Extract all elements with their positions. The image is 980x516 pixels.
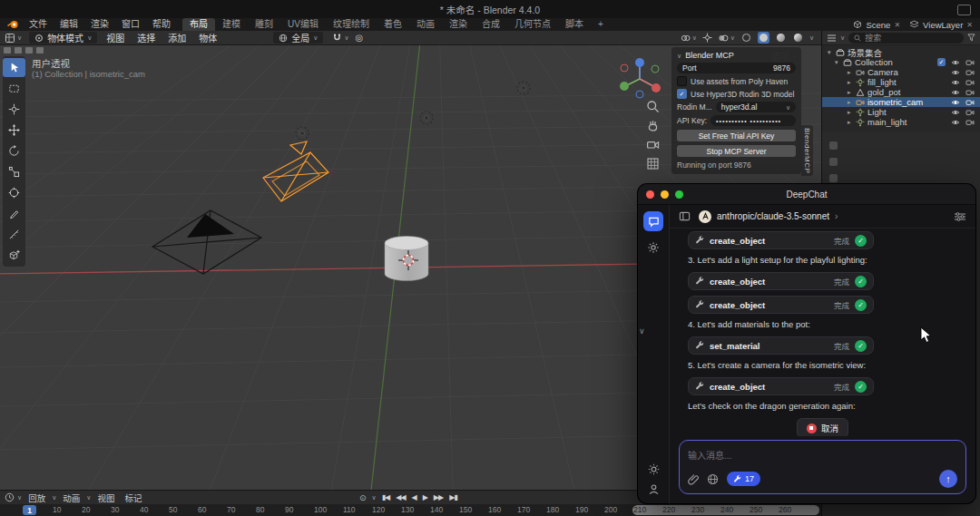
- outliner-row-scene-collection[interactable]: ▾ 场景集合: [822, 47, 980, 57]
- model-selector[interactable]: anthropic/claude-3.5-sonnet ›: [699, 210, 838, 223]
- toggle-icon[interactable]: [36, 47, 44, 54]
- set-free-trial-api-key-button[interactable]: Set Free Trial API Key: [677, 130, 796, 141]
- maximize-window-button[interactable]: [675, 190, 683, 199]
- api-key-input[interactable]: •••••••••• ••••••••••: [710, 115, 796, 126]
- pan-hand-icon[interactable]: [646, 119, 660, 132]
- sidebar-tab-blendermcp[interactable]: BlenderMCP: [801, 125, 813, 176]
- shading-material-button[interactable]: [775, 32, 787, 44]
- playback-button[interactable]: ◀: [412, 493, 416, 501]
- outliner-row-fill-light[interactable]: ▸ fill_light: [822, 77, 980, 87]
- screen-mirror-icon[interactable]: [957, 5, 971, 15]
- eye-icon[interactable]: [951, 78, 960, 87]
- tool-call-chip[interactable]: set_material 完成 ✓: [688, 336, 874, 355]
- rotate-tool-button[interactable]: [3, 141, 25, 161]
- shading-wireframe-button[interactable]: [740, 32, 752, 44]
- timeline-menu-view[interactable]: 视图: [93, 492, 118, 504]
- cancel-generation-button[interactable]: 取消: [797, 418, 848, 436]
- menu-item[interactable]: 帮助: [146, 18, 177, 31]
- attachment-icon[interactable]: [688, 473, 699, 485]
- workspace-tab[interactable]: +: [591, 18, 611, 31]
- zoom-icon[interactable]: [646, 100, 660, 113]
- toggle-icon[interactable]: [15, 47, 22, 54]
- outliner-row-collection[interactable]: ▾ Collection ✓: [822, 57, 980, 67]
- eye-icon[interactable]: [951, 98, 960, 107]
- workspace-tab[interactable]: 着色: [377, 18, 409, 31]
- workspace-tab[interactable]: 渲染: [442, 18, 475, 31]
- workspace-tab[interactable]: 雕刻: [248, 18, 280, 31]
- render-camera-icon[interactable]: [965, 78, 975, 87]
- hyper3d-checkbox-row[interactable]: ✓ Use Hyper3D Rodin 3D model generati...: [677, 89, 796, 99]
- orthographic-grid-icon[interactable]: [646, 157, 660, 170]
- orientation-dropdown[interactable]: 全局 ∨: [273, 32, 323, 44]
- add-cube-tool-button[interactable]: [3, 246, 25, 265]
- render-camera-icon[interactable]: [965, 108, 975, 117]
- outliner-row-light[interactable]: ▸ Light: [822, 107, 980, 117]
- chat-nav-button[interactable]: [643, 211, 663, 231]
- deepchat-titlebar[interactable]: DeepChat: [638, 184, 975, 205]
- playback-button[interactable]: ▶: [423, 493, 427, 501]
- outliner-row-gold-pot[interactable]: ▸ gold_pot: [822, 87, 980, 97]
- viewport-menu-item[interactable]: 物体: [192, 31, 223, 44]
- send-button[interactable]: ↑: [939, 470, 957, 488]
- object-visibility-dropdown[interactable]: ∨: [681, 34, 697, 43]
- navigation-gizmo[interactable]: [615, 53, 664, 102]
- mcp-panel-title[interactable]: ∨ Blender MCP: [677, 51, 796, 60]
- render-camera-icon[interactable]: [965, 98, 975, 107]
- eye-icon[interactable]: [951, 58, 960, 67]
- toggle-icon[interactable]: [4, 47, 11, 54]
- shading-dropdown-icon[interactable]: ∨: [809, 34, 814, 41]
- workspace-tab[interactable]: 合成: [475, 18, 507, 31]
- render-camera-icon[interactable]: [965, 68, 975, 77]
- camera-view-icon[interactable]: [646, 138, 660, 151]
- scale-tool-button[interactable]: [3, 162, 25, 181]
- timeline-editor-icon[interactable]: [5, 492, 15, 502]
- proportional-editing-icon[interactable]: ◎: [356, 33, 364, 43]
- outliner-row-camera[interactable]: ▸ Camera: [822, 67, 980, 77]
- rodin-mode-dropdown[interactable]: hyper3d.al ∨: [716, 102, 796, 112]
- eye-icon[interactable]: [951, 118, 960, 127]
- scene-unlink-icon[interactable]: ✕: [894, 21, 900, 29]
- eye-icon[interactable]: [951, 108, 960, 117]
- collection-checkbox-icon[interactable]: ✓: [937, 58, 946, 66]
- playback-button[interactable]: ◀◀: [396, 493, 405, 501]
- render-camera-icon[interactable]: [965, 58, 975, 67]
- minimize-window-button[interactable]: [661, 190, 669, 199]
- editor-type-dropdown[interactable]: ∨: [0, 33, 26, 44]
- annotate-tool-button[interactable]: [3, 204, 25, 223]
- toggle-icon[interactable]: [25, 47, 33, 54]
- viewport-menu-item[interactable]: 视图: [100, 31, 131, 44]
- timeline-menu-animation[interactable]: 动画: [59, 492, 83, 504]
- mode-dropdown[interactable]: 物体模式 ∨: [29, 32, 97, 44]
- outliner-search-input[interactable]: 搜索: [848, 33, 964, 44]
- playback-button[interactable]: ▮◀: [382, 493, 390, 501]
- timeline-menu-marker[interactable]: 标记: [121, 492, 145, 504]
- workspace-tab[interactable]: UV编辑: [280, 18, 326, 31]
- settings-nav-button[interactable]: [643, 238, 663, 258]
- tool-call-chip[interactable]: create_object 完成 ✓: [688, 377, 874, 395]
- tool-call-chip[interactable]: create_object 完成 ✓: [688, 231, 874, 249]
- theme-sun-icon[interactable]: [648, 463, 660, 475]
- tools-count-button[interactable]: 17: [727, 472, 760, 486]
- workspace-tab[interactable]: 几何节点: [507, 18, 558, 31]
- checkbox-checked-icon[interactable]: ✓: [677, 89, 687, 99]
- port-field[interactable]: Port 9876: [677, 63, 796, 73]
- light-gizmo-1[interactable]: [296, 127, 309, 140]
- workspace-tab[interactable]: 布局: [182, 18, 215, 31]
- playback-button[interactable]: ▶▶: [434, 493, 443, 501]
- viewlayer-selector[interactable]: ViewLayer ✕: [909, 20, 973, 30]
- transform-tool-button[interactable]: [3, 183, 25, 202]
- current-frame-indicator[interactable]: 1: [23, 505, 36, 515]
- chat-settings-icon[interactable]: [954, 211, 966, 222]
- tool-call-chip[interactable]: create_object 完成 ✓: [688, 272, 874, 290]
- workspace-tab[interactable]: 建模: [215, 18, 248, 31]
- outliner-row-main-light[interactable]: ▸ main_light: [822, 117, 980, 127]
- outliner-row-isometric-cam[interactable]: ▸ isometric_cam: [822, 97, 980, 107]
- overlays-toggle-icon[interactable]: ∨: [718, 34, 735, 43]
- viewlayer-close-icon[interactable]: ✕: [966, 21, 973, 29]
- sidebar-collapse-icon[interactable]: ∨: [639, 326, 645, 336]
- snap-magnet-icon[interactable]: ∨: [332, 33, 348, 43]
- message-input[interactable]: 输入消息... 17 ↑: [679, 440, 966, 494]
- timeline-menu-playback[interactable]: 回放: [24, 492, 49, 504]
- properties-tab-icon[interactable]: [829, 174, 838, 182]
- user-icon[interactable]: [648, 483, 660, 495]
